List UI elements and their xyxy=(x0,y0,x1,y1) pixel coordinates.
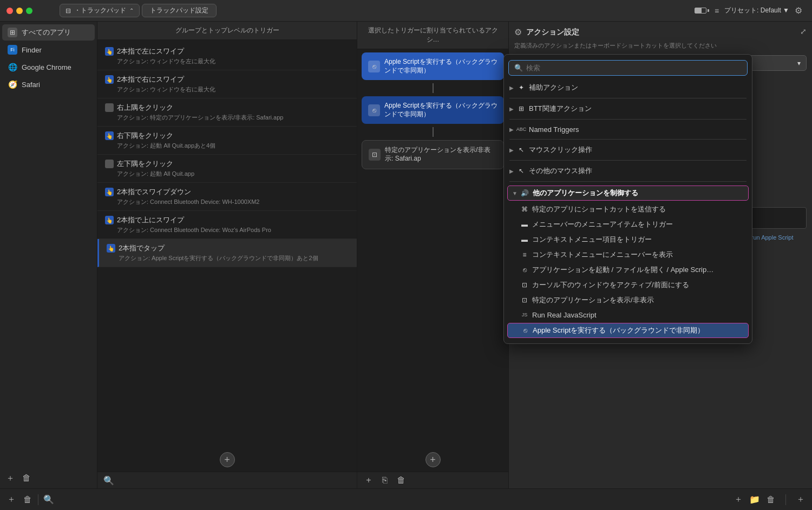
chevron-right-icon: ▶ xyxy=(509,147,514,153)
activate-window-icon: ⊡ xyxy=(520,281,529,289)
columns-area: グループとトップレベルのトリガー 👆 2本指で左にスワイプ アクション: ウィン… xyxy=(97,22,812,488)
dropdown-group-6: ▼ 🔊 他のアプリケーションを制御する ⌘ 特定のアプリにショートカットを送信す… xyxy=(504,183,752,340)
search-trigger-button[interactable]: 🔍 xyxy=(103,474,115,486)
action-icon: ⎋ xyxy=(368,61,380,72)
launch-icon: ⎋ xyxy=(520,266,529,274)
preset-label[interactable]: プリセット: Default ▼ xyxy=(724,6,789,15)
chevron-right-icon: ▶ xyxy=(509,106,514,112)
gear-icon[interactable]: ⚙ xyxy=(795,5,806,16)
trigger-icon: 👆 xyxy=(105,188,114,196)
dropdown-group-row-named[interactable]: ▶ ABC Named Triggers xyxy=(504,122,752,136)
dropdown-subitem-show-hide[interactable]: ⊡ 特定のアプリケーションを表示/非表示 xyxy=(504,293,752,308)
delete-action-button[interactable]: 🗑 xyxy=(395,474,407,486)
copy-action-button[interactable]: ⎘ xyxy=(379,474,391,486)
dropdown-group-5: ▶ ↖ その他のマウス操作 xyxy=(504,162,752,180)
context-show-icon: ≡ xyxy=(520,250,529,259)
trigger-icon: 👆 xyxy=(105,75,114,84)
context-trigger-icon: ▬ xyxy=(520,235,529,244)
actions-header: 選択したトリガーに割り当てられているアクシ… xyxy=(357,22,508,49)
dropdown-subitem-activate-window[interactable]: ⊡ カーソル下のウィンドウをアクティブ/前面にする xyxy=(504,277,752,293)
trigger-item[interactable]: 左下隅をクリック アクション: 起動 All Quit.app xyxy=(97,155,357,183)
sidebar-delete-button[interactable]: 🗑 xyxy=(21,472,32,484)
trigger-item[interactable]: 👆 2本指で左にスワイプ アクション: ウィンドウを左に最大化 xyxy=(97,42,357,70)
device-label: ・トラックパッド xyxy=(74,6,126,15)
dropdown-group-row-mouse-click[interactable]: ▶ ↖ マウスクリック操作 xyxy=(504,142,752,157)
dropdown-group-row-btt[interactable]: ▶ ⊞ BTT関連アクション xyxy=(504,101,752,116)
bottom-bar-right: ＋ 📁 🗑 ＋ xyxy=(732,494,807,506)
dropdown-subitem-apple-script-selected[interactable]: ⎋ Apple Scriptを実行する（バックグラウンドで非同期） xyxy=(507,323,749,338)
dropdown-group-3: ▶ ABC Named Triggers xyxy=(504,121,752,137)
sidebar-item-safari-label: Safari xyxy=(22,81,40,89)
trigger-col-bottom: + xyxy=(97,448,357,472)
trigger-item[interactable]: 👆 2本指でスワイプダウン アクション: Connect Bluetooth D… xyxy=(97,183,357,211)
traffic-lights xyxy=(6,8,32,14)
maximize-button[interactable] xyxy=(26,8,32,14)
shortcut-icon: ⌘ xyxy=(520,205,529,214)
add-item-button[interactable]: ＋ xyxy=(5,494,17,506)
dropdown-search-area: 🔍 xyxy=(508,60,748,76)
dropdown-subitem-launch[interactable]: ⎋ アプリケーションを起動 / ファイルを開く / Apple Scrip… xyxy=(504,262,752,277)
minimize-button[interactable] xyxy=(16,8,23,14)
device-selector[interactable]: ⊟ ・トラックパッド ⌃ xyxy=(60,4,140,17)
dropdown-group-row-other-mouse[interactable]: ▶ ↖ その他のマウス操作 xyxy=(504,163,752,178)
copy-folder-button[interactable]: 📁 xyxy=(749,494,761,506)
action-item-3[interactable]: ⊡ 特定のアプリケーションを表示/非表示: Safari.ap xyxy=(362,140,504,169)
dropdown-group-4: ▶ ↖ マウスクリック操作 xyxy=(504,141,752,158)
bottom-bar-middle: 🔍 xyxy=(43,494,55,506)
dropdown-subitem-context-trigger[interactable]: ▬ コンテキストメニュー項目をトリガー xyxy=(504,232,752,247)
search-button[interactable]: 🔍 xyxy=(43,494,55,506)
sidebar-item-finder-label: Finder xyxy=(22,46,42,54)
main-layout: ⊞ すべてのアプリ Fi Finder 🌐 Google Chrome 🧭 Sa… xyxy=(0,22,812,488)
titlebar: ⊟ ・トラックパッド ⌃ トラックパッド設定 ≡ プリセット: Default … xyxy=(0,0,812,22)
dropdown-group-row-control-app[interactable]: ▼ 🔊 他のアプリケーションを制御する xyxy=(507,186,749,201)
settings-desc: 定義済みのアクションまたはキーボードショートカットを選択してください xyxy=(514,42,807,50)
trigger-item[interactable]: 👆 右下隅をクリック アクション: 起動 All Quit.appあと4個 xyxy=(97,127,357,155)
dropdown-subitem-real-js[interactable]: JS Run Real JavaScript xyxy=(504,308,752,322)
sidebar-item-finder[interactable]: Fi Finder xyxy=(2,42,95,58)
action-item-selected[interactable]: ⎋ Apple Scriptを実行する（バックグラウンドで非同期） xyxy=(362,52,504,80)
add-final-button[interactable]: ＋ xyxy=(795,494,807,506)
dropdown-subitem-shortcut[interactable]: ⌘ 特定のアプリにショートカットを送信する xyxy=(504,202,752,217)
expand-icon[interactable]: ⤢ xyxy=(800,27,807,36)
trigger-icon: 👆 xyxy=(107,244,115,253)
add-trigger-button[interactable]: + xyxy=(220,452,235,467)
action-icon-2: ⎋ xyxy=(368,104,380,116)
trigger-item[interactable]: 右上隅をクリック アクション: 特定のアプリケーションを表示/非表示: Safa… xyxy=(97,98,357,127)
mouse-click-icon: ↖ xyxy=(517,145,526,154)
dropdown-group-row-auxiliary[interactable]: ▶ ✦ 補助アクション xyxy=(504,80,752,95)
trigger-item-selected[interactable]: 👆 2本指でタップ アクション: Apple Scriptを実行する（バックグラ… xyxy=(97,239,357,267)
add-action-right-button[interactable]: ＋ xyxy=(732,494,744,506)
sidebar-item-safari[interactable]: 🧭 Safari xyxy=(2,76,95,92)
trackpad-settings-button[interactable]: トラックパッド設定 xyxy=(142,4,217,17)
dropdown-subitem-menubar[interactable]: ▬ メニューバーのメニューアイテムをトリガー xyxy=(504,217,752,232)
triggers-column: グループとトップレベルのトリガー 👆 2本指で左にスワイプ アクション: ウィン… xyxy=(97,22,357,488)
action-item-2[interactable]: ⎋ Apple Scriptを実行する（バックグラウンドで非同期） xyxy=(362,96,504,124)
sidebar-add-button[interactable]: ＋ xyxy=(4,472,16,484)
sidebar-item-chrome[interactable]: 🌐 Google Chrome xyxy=(2,59,95,75)
sidebar: ⊞ すべてのアプリ Fi Finder 🌐 Google Chrome 🧭 Sa… xyxy=(0,22,97,488)
add-action-button[interactable]: + xyxy=(425,452,441,467)
apple-script-icon: ⎋ xyxy=(521,326,529,335)
add-action-bottom-button[interactable]: + xyxy=(363,474,375,486)
named-triggers-icon: ABC xyxy=(517,125,526,134)
trigger-list[interactable]: 👆 2本指で左にスワイプ アクション: ウィンドウを左に最大化 👆 2本指で右に… xyxy=(97,40,357,448)
battery-icon xyxy=(695,8,709,14)
trigger-item[interactable]: 👆 2本指で上にスワイプ アクション: Connect Bluetooth De… xyxy=(97,211,357,239)
bottom-bar-left: ＋ 🗑 xyxy=(5,494,34,506)
control-app-icon: 🔊 xyxy=(521,189,529,197)
menubar-icon: ▬ xyxy=(520,220,529,229)
delete-item-button[interactable]: 🗑 xyxy=(22,494,34,506)
settings-title: アクション設定 xyxy=(526,28,579,37)
dropdown-search-input[interactable] xyxy=(526,64,742,72)
dropdown-chevron-icon: ▾ xyxy=(797,59,801,67)
dropdown-group-2: ▶ ⊞ BTT関連アクション xyxy=(504,100,752,117)
sidebar-item-chrome-label: Google Chrome xyxy=(22,63,71,71)
sidebar-item-all[interactable]: ⊞ すべてのアプリ xyxy=(2,24,95,41)
action-dropdown-overlay: 🔍 ▶ ✦ 補助アクション ▶ ⊞ BTT関連アクション xyxy=(503,54,752,344)
delete-right-button[interactable]: 🗑 xyxy=(765,494,777,506)
trigger-item[interactable]: 👆 2本指で右にスワイプ アクション: ウィンドウを右に最大化 xyxy=(97,70,357,98)
action-icon-3: ⊡ xyxy=(369,149,381,161)
close-button[interactable] xyxy=(6,8,13,14)
dropdown-subitem-context-show[interactable]: ≡ コンテキストメニューにメニューバーを表示 xyxy=(504,247,752,262)
titlebar-right: ≡ プリセット: Default ▼ ⚙ xyxy=(695,5,806,16)
